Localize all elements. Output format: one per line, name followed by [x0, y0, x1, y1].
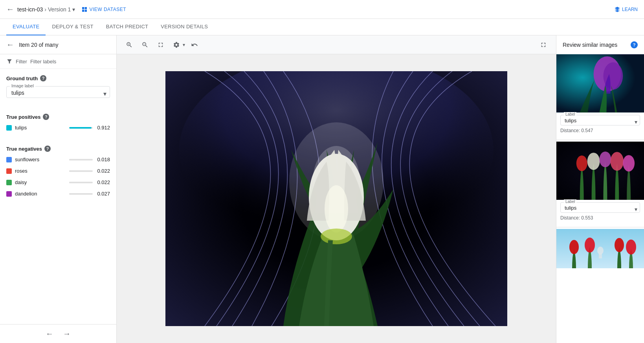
fit-screen-button[interactable] — [154, 39, 167, 51]
roses-value: 0.022 — [96, 168, 110, 174]
filter-row: Filter Filter labels — [0, 54, 116, 69]
tab-bar: EVALUATE DEPLOY & TEST BATCH PREDICT VER… — [0, 19, 644, 35]
metric-daisy: daisy 0.022 — [6, 179, 110, 185]
true-negatives-help-icon[interactable]: ? — [44, 146, 51, 152]
image-label-select[interactable]: tulips — [11, 90, 105, 96]
svg-point-19 — [623, 155, 635, 172]
ground-truth-title: Ground truth ? — [6, 75, 110, 81]
main-image — [165, 71, 507, 326]
tulips-bar — [69, 127, 92, 129]
tab-version-details[interactable]: VERSION DETAILS — [154, 19, 214, 35]
zoom-in-button[interactable] — [123, 39, 136, 51]
sidebar: ← Item 20 of many Filter Filter labels G… — [0, 35, 117, 343]
roses-color-indicator — [6, 168, 12, 174]
svg-rect-1 — [85, 7, 87, 9]
svg-point-15 — [576, 155, 587, 171]
svg-point-9 — [325, 185, 348, 232]
daisy-label: daisy — [15, 179, 66, 185]
view-dataset-label: VIEW DATASET — [89, 7, 126, 12]
similar-image-1-dropdown-icon: ▾ — [635, 119, 637, 125]
similar-image-3-thumb[interactable] — [556, 229, 644, 268]
svg-point-24 — [585, 238, 595, 253]
similar-image-1-label-select[interactable]: tulips — [565, 118, 636, 124]
daisy-bar — [69, 182, 70, 183]
similar-images-help-icon[interactable]: ? — [631, 41, 638, 48]
svg-point-23 — [569, 240, 579, 254]
top-nav: ← test-icn-03 › Version 1 ▾ VIEW DATASET… — [0, 0, 644, 19]
version-dropdown-icon[interactable]: ▾ — [72, 6, 75, 13]
svg-point-17 — [600, 151, 611, 167]
similar-image-1-label-wrapper: Label tulips ▾ — [560, 115, 640, 125]
sunflowers-color-indicator — [6, 157, 12, 162]
tulips-color-indicator — [6, 125, 12, 131]
svg-point-21 — [597, 247, 604, 254]
similar-image-2: Label tulips ▾ Distance: 0.553 — [556, 142, 644, 227]
true-negatives-section: True negatives ? sunflowers 0.018 roses … — [0, 139, 116, 205]
settings-button[interactable] — [170, 39, 183, 51]
similar-image-3 — [556, 229, 644, 271]
roses-label: roses — [15, 168, 66, 174]
true-positives-section: True positives ? tulips 0.912 — [0, 107, 116, 139]
sidebar-header: ← Item 20 of many — [0, 35, 116, 54]
metric-tulips: tulips 0.912 — [6, 125, 110, 131]
right-panel: Review similar images ? — [556, 35, 644, 343]
metric-roses: roses 0.022 — [6, 168, 110, 174]
svg-point-26 — [626, 240, 636, 254]
tab-deploy-test[interactable]: DEPLOY & TEST — [46, 19, 99, 35]
right-panel-title: Review similar images — [563, 42, 617, 48]
zoom-out-button[interactable] — [139, 39, 151, 51]
svg-point-10 — [321, 229, 352, 244]
true-positives-help-icon[interactable]: ? — [43, 114, 49, 120]
svg-point-25 — [615, 238, 624, 252]
undo-button[interactable] — [188, 39, 201, 51]
similar-image-1-field-label: Label — [564, 112, 576, 116]
breadcrumb: test-icn-03 › Version 1 ▾ — [17, 6, 75, 13]
image-area: ▾ — [117, 35, 556, 343]
settings-dropdown[interactable]: ▾ — [170, 39, 185, 51]
sunflowers-bar — [69, 159, 70, 160]
back-button[interactable]: ← — [6, 5, 14, 14]
svg-rect-2 — [82, 9, 84, 11]
svg-rect-3 — [85, 9, 87, 11]
image-label-field-label: Image label — [10, 83, 35, 88]
filter-label: Filter — [16, 59, 27, 65]
metric-sunflowers: sunflowers 0.018 — [6, 157, 110, 162]
learn-button[interactable]: LEARN — [614, 6, 638, 13]
similar-image-1-thumb[interactable] — [556, 54, 644, 112]
breadcrumb-separator: › — [44, 6, 46, 13]
dandelion-bar-container — [69, 193, 93, 195]
filter-labels-button[interactable]: Filter labels — [30, 59, 56, 65]
sunflowers-value: 0.018 — [96, 157, 110, 162]
view-mode-button[interactable] — [537, 39, 550, 51]
ground-truth-help-icon[interactable]: ? — [40, 75, 46, 81]
tulips-label: tulips — [15, 125, 66, 131]
daisy-color-indicator — [6, 180, 12, 185]
similar-image-2-thumb[interactable] — [556, 142, 644, 200]
similar-image-1-distance: Distance: 0.547 — [556, 126, 644, 136]
tulips-value: 0.912 — [96, 125, 110, 131]
next-item-button[interactable]: → — [63, 329, 71, 338]
tulip-svg — [165, 71, 507, 326]
image-toolbar: ▾ — [117, 35, 556, 54]
item-back-button[interactable]: ← — [6, 40, 14, 49]
svg-point-16 — [587, 153, 600, 170]
view-dataset-button[interactable]: VIEW DATASET — [81, 6, 126, 13]
settings-dropdown-arrow: ▾ — [183, 42, 185, 48]
roses-bar — [69, 170, 70, 172]
metric-dandelion: dandelion 0.027 — [6, 191, 110, 197]
dandelion-value: 0.027 — [96, 191, 110, 197]
dandelion-bar — [69, 193, 70, 195]
ground-truth-section: Ground truth ? Image label tulips ▾ — [0, 69, 116, 107]
true-negatives-title: True negatives ? — [6, 146, 110, 152]
true-positives-title: True positives ? — [6, 114, 110, 120]
prev-item-button[interactable]: ← — [46, 329, 53, 338]
filter-icon — [6, 58, 13, 65]
tab-evaluate[interactable]: EVALUATE — [6, 19, 46, 35]
project-name[interactable]: test-icn-03 — [17, 6, 43, 13]
learn-label: LEARN — [622, 7, 638, 12]
dandelion-label: dandelion — [15, 191, 66, 197]
similar-image-2-label-select[interactable]: tulips — [565, 205, 636, 211]
tab-batch-predict[interactable]: BATCH PREDICT — [100, 19, 155, 35]
daisy-bar-container — [69, 182, 93, 183]
version-name: Version 1 ▾ — [48, 6, 75, 13]
